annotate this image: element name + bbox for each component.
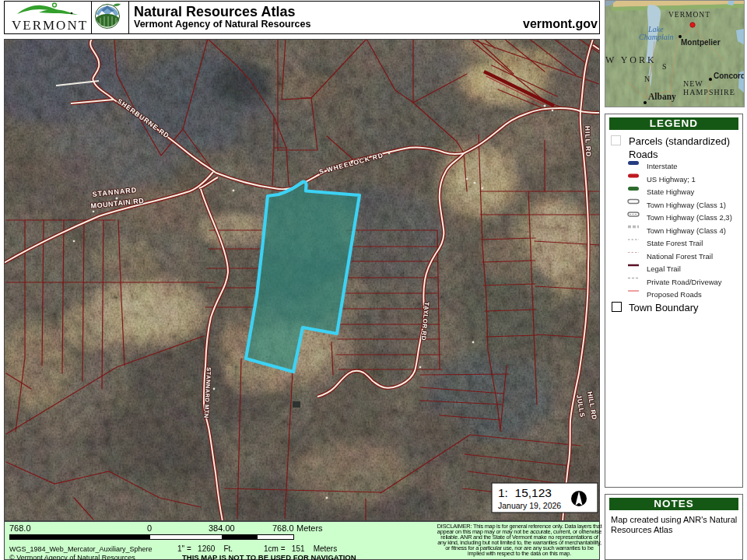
svg-text:HAMPSHIRE: HAMPSHIRE <box>683 88 735 96</box>
svg-text:VERMONT: VERMONT <box>668 11 710 19</box>
svg-text:Concord: Concord <box>714 72 744 80</box>
svg-text:Champlain: Champlain <box>639 33 673 41</box>
svg-text:S: S <box>662 62 667 71</box>
svg-text:Albany: Albany <box>648 92 676 102</box>
svg-text:HILL RD: HILL RD <box>584 126 592 158</box>
svg-text:NEW: NEW <box>683 79 703 88</box>
svg-text:W YORK: W YORK <box>605 54 657 65</box>
svg-text:Montpelier: Montpelier <box>681 38 721 47</box>
svg-text:January 19, 2026: January 19, 2026 <box>498 501 561 510</box>
svg-text:N: N <box>644 75 650 83</box>
svg-text:1: 15,123: 1: 15,123 <box>498 486 552 499</box>
